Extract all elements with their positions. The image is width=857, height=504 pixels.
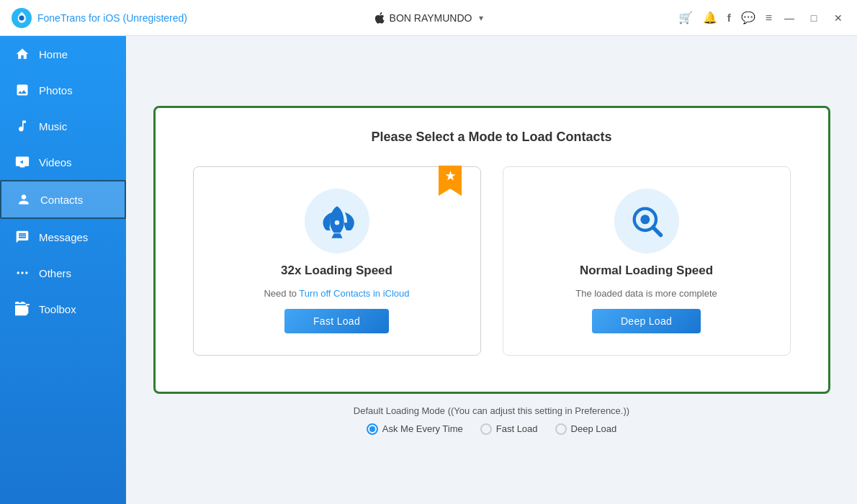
apple-icon <box>374 12 385 24</box>
chat-icon[interactable]: 💬 <box>741 11 755 24</box>
sidebar-item-contacts[interactable]: Contacts <box>0 180 126 219</box>
svg-point-3 <box>21 271 23 274</box>
svg-text:★: ★ <box>445 170 456 182</box>
deep-load-speed-label: Normal Loading Speed <box>580 264 713 278</box>
rocket-icon <box>318 202 356 240</box>
fast-load-desc: Need to Turn off Contacts in iCloud <box>264 288 409 299</box>
radio-deep-load-label: Deep Load <box>571 423 617 434</box>
icloud-link[interactable]: Turn off Contacts in iCloud <box>299 288 409 299</box>
photos-icon <box>14 82 30 98</box>
radio-deep-load[interactable]: Deep Load <box>555 423 617 435</box>
search-deep-icon <box>628 202 665 240</box>
menu-icon[interactable]: ≡ <box>766 12 772 24</box>
home-icon <box>14 46 30 62</box>
sidebar-label-messages: Messages <box>39 231 88 243</box>
mode-cards: ★ 32x Loading Speed Need to Turn off Con… <box>184 166 799 356</box>
default-mode-label: Default Loading Mode ((You can adjust th… <box>354 405 629 416</box>
sidebar-label-others: Others <box>39 267 71 279</box>
deep-load-card[interactable]: Normal Loading Speed The loaded data is … <box>503 166 791 356</box>
facebook-icon[interactable]: f <box>727 12 731 24</box>
titlebar-actions: 🛒 🔔 f 💬 ≡ — □ ✕ <box>483 11 845 24</box>
svg-line-10 <box>652 227 660 235</box>
default-mode-text: Default Loading Mode <box>354 405 445 416</box>
bell-icon[interactable]: 🔔 <box>703 11 717 24</box>
device-name: BON RAYMUNDO <box>390 12 472 24</box>
close-button[interactable]: ✕ <box>831 12 845 24</box>
default-mode-paren: ((You can adjust this setting in Prefere… <box>448 405 629 416</box>
contacts-icon <box>16 192 32 207</box>
sidebar-label-photos: Photos <box>39 84 73 96</box>
radio-fast-load[interactable]: Fast Load <box>480 423 538 435</box>
fast-load-desc-prefix: Need to <box>264 288 299 299</box>
sidebar-label-contacts: Contacts <box>40 194 83 206</box>
sidebar-item-videos[interactable]: Videos <box>0 144 126 180</box>
sidebar-item-others[interactable]: Others <box>0 255 126 291</box>
radio-fast-load-label: Fast Load <box>496 423 538 434</box>
minimize-button[interactable]: — <box>782 12 797 24</box>
svg-rect-5 <box>17 307 29 314</box>
cart-icon[interactable]: 🛒 <box>678 11 693 24</box>
radio-ask-me-circle <box>367 423 378 435</box>
others-icon <box>14 265 30 281</box>
sidebar-item-photos[interactable]: Photos <box>0 72 126 108</box>
sidebar-label-toolbox: Toolbox <box>39 303 76 315</box>
svg-point-4 <box>25 271 27 274</box>
toolbox-icon <box>14 301 30 317</box>
radio-group: Ask Me Every Time Fast Load Deep Load <box>354 423 629 435</box>
restore-button[interactable]: □ <box>807 12 821 24</box>
deep-load-button[interactable]: Deep Load <box>592 309 701 333</box>
app-logo-icon <box>12 8 32 28</box>
deep-load-desc: The loaded data is more complete <box>575 288 717 299</box>
videos-icon <box>14 154 30 170</box>
svg-point-9 <box>640 215 650 224</box>
sidebar-label-videos: Videos <box>39 156 72 168</box>
radio-deep-load-circle <box>555 423 567 435</box>
sidebar-item-messages[interactable]: Messages <box>0 219 126 255</box>
svg-point-1 <box>19 15 24 20</box>
sidebar-item-toolbox[interactable]: Toolbox <box>0 291 126 327</box>
default-mode-section: Default Loading Mode ((You can adjust th… <box>354 405 629 435</box>
messages-icon <box>14 229 30 245</box>
sidebar-label-music: Music <box>39 120 67 132</box>
mode-selection-modal: Please Select a Mode to Load Contacts ★ <box>153 106 830 394</box>
titlebar: FoneTrans for iOS (Unregistered) BON RAY… <box>0 0 857 36</box>
sidebar-label-home: Home <box>39 48 68 60</box>
music-icon <box>14 118 30 134</box>
device-selector[interactable]: BON RAYMUNDO ▾ <box>374 12 484 24</box>
sidebar: Home Photos Music Vi <box>0 36 126 504</box>
app-title: FoneTrans for iOS (Unregistered) <box>37 12 187 24</box>
fast-load-icon-circle <box>305 189 369 253</box>
featured-badge-icon: ★ <box>439 166 462 196</box>
fast-load-button[interactable]: Fast Load <box>284 309 389 333</box>
radio-fast-load-circle <box>480 423 492 435</box>
sidebar-item-music[interactable]: Music <box>0 108 126 144</box>
radio-ask-me[interactable]: Ask Me Every Time <box>367 423 463 435</box>
modal-title: Please Select a Mode to Load Contacts <box>184 130 799 145</box>
fast-load-speed-label: 32x Loading Speed <box>281 264 392 278</box>
sidebar-item-home[interactable]: Home <box>0 36 126 72</box>
svg-point-2 <box>17 271 19 274</box>
fast-load-card[interactable]: ★ 32x Loading Speed Need to Turn off Con… <box>193 166 481 356</box>
content-area: Please Select a Mode to Load Contacts ★ <box>126 36 857 504</box>
deep-load-icon-circle <box>614 189 679 253</box>
radio-ask-me-label: Ask Me Every Time <box>382 423 463 434</box>
main-layout: Home Photos Music Vi <box>0 36 857 504</box>
app-logo-area: FoneTrans for iOS (Unregistered) <box>12 8 374 28</box>
